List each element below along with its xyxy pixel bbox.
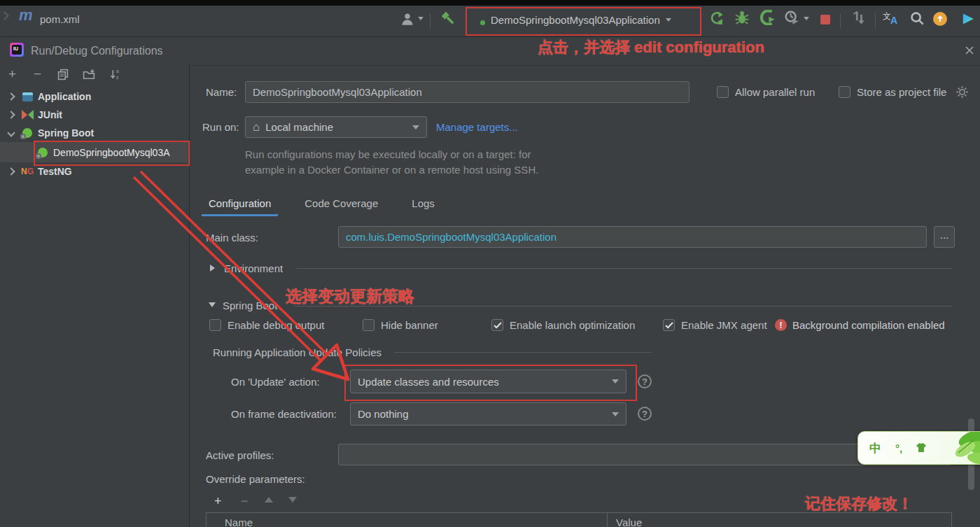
spring-boot-type-icon <box>21 127 34 139</box>
tree-item-application[interactable]: Application <box>0 87 188 106</box>
gear-icon[interactable] <box>955 85 969 99</box>
enable-jmx-agent-checkbox[interactable]: Enable JMX agent <box>663 319 767 331</box>
copy-configuration-button[interactable] <box>57 69 69 80</box>
intellij-logo-icon: IU <box>10 43 24 57</box>
home-icon: ⌂ <box>253 120 260 134</box>
junit-type-icon <box>21 109 34 120</box>
enable-debug-output-checkbox[interactable]: Enable debug output <box>209 319 324 331</box>
on-frame-deactivation-label: On frame deactivation: <box>231 408 337 420</box>
hide-banner-checkbox[interactable]: Hide banner <box>363 319 438 331</box>
run-configuration-name: DemoSpringbootMysql03Application <box>491 14 660 26</box>
run-configuration-selector[interactable]: DemoSpringbootMysql03Application <box>470 8 697 31</box>
tree-item-junit[interactable]: JUnit <box>0 106 188 124</box>
tree-item-testng[interactable]: NG TestNG <box>0 162 188 181</box>
error-icon: ! <box>775 319 787 331</box>
store-as-project-file-checkbox[interactable]: Store as project file <box>839 86 946 98</box>
annotation-click-hint: 点击，并选择 edit configuration <box>538 37 764 58</box>
ime-leaves-decoration <box>933 432 980 464</box>
checkbox-unchecked[interactable] <box>209 319 221 331</box>
checkbox-unchecked[interactable] <box>363 319 374 331</box>
tab-code-coverage[interactable]: Code Coverage <box>298 193 385 216</box>
new-folder-button[interactable] <box>83 69 95 80</box>
on-frame-deactivation-select[interactable]: Do nothing <box>350 402 626 426</box>
remove-parameter-button[interactable]: − <box>241 495 248 507</box>
profiler-icon[interactable] <box>784 10 799 25</box>
close-icon[interactable] <box>963 44 976 57</box>
svg-text:a: a <box>116 69 119 73</box>
annotation-save-hint: 记住保存修改！ <box>805 493 913 514</box>
run-configuration-dropdown-icon <box>666 18 671 22</box>
section-separator <box>297 268 952 269</box>
spring-boot-section-label[interactable]: Spring Boot <box>223 300 277 311</box>
spring-boot-collapse-icon[interactable] <box>209 302 216 307</box>
expand-chevron-icon[interactable] <box>7 92 15 100</box>
remove-configuration-button[interactable]: − <box>34 67 41 80</box>
tab-configuration[interactable]: Configuration <box>202 193 278 216</box>
rerun-icon[interactable] <box>708 10 724 26</box>
ide-update-icon[interactable] <box>933 12 947 26</box>
help-icon[interactable]: ? <box>638 374 652 388</box>
tree-item-spring-boot[interactable]: Spring Boot <box>0 124 188 142</box>
run-with-coverage-icon[interactable] <box>760 10 776 25</box>
expand-chevron-icon[interactable] <box>7 111 15 118</box>
debug-icon[interactable] <box>734 10 750 25</box>
sort-configurations-button[interactable]: az <box>109 69 122 80</box>
collapse-chevron-icon[interactable] <box>7 129 15 136</box>
chevron-down-icon <box>612 412 619 416</box>
checkbox-unchecked[interactable] <box>839 86 850 98</box>
manage-targets-link[interactable]: Manage targets... <box>436 121 518 133</box>
run-on-help-line2: example in a Docker Container or on a re… <box>245 164 538 176</box>
window-top-strip <box>0 0 980 6</box>
main-class-input[interactable]: com.luis.DemoSpringbootMysql03Applicatio… <box>338 226 927 248</box>
ime-punctuation-indicator[interactable]: °, <box>895 442 902 454</box>
toolbar-separator <box>840 13 841 29</box>
allow-parallel-run-checkbox[interactable]: Allow parallel run <box>717 86 815 98</box>
on-update-action-select[interactable]: Update classes and resources <box>350 370 626 393</box>
expand-chevron-icon[interactable] <box>7 167 15 175</box>
background-compilation-warning: ! Background compilation enabled <box>775 319 945 331</box>
environment-expand-icon[interactable] <box>210 265 215 272</box>
breadcrumb[interactable]: pom.xml <box>40 13 80 25</box>
user-profile-dropdown-icon[interactable] <box>418 17 424 20</box>
enable-launch-optimization-checkbox[interactable]: Enable launch optimization <box>491 319 635 331</box>
add-configuration-button[interactable]: + <box>8 67 16 80</box>
testng-type-icon: NG <box>21 166 34 177</box>
column-divider <box>607 513 608 527</box>
maven-icon: m <box>19 6 33 24</box>
on-update-action-label: On 'Update' action: <box>231 376 320 388</box>
run-on-select[interactable]: ⌂ Local machine <box>245 116 427 138</box>
checkbox-unchecked[interactable] <box>717 86 729 98</box>
update-running-application-icon[interactable] <box>851 10 867 25</box>
translate-icon[interactable]: 文 A <box>883 10 899 26</box>
environment-section-label[interactable]: Environment <box>224 262 283 274</box>
chevron-down-icon <box>612 379 619 384</box>
move-down-button[interactable] <box>288 497 297 503</box>
build-hammer-icon[interactable] <box>440 10 455 25</box>
add-parameter-button[interactable]: + <box>214 495 222 507</box>
user-profile-icon[interactable] <box>400 12 414 26</box>
plugin-play-icon[interactable] <box>960 11 975 27</box>
ime-language-indicator[interactable]: 中 <box>869 440 881 456</box>
stop-icon[interactable] <box>820 15 830 24</box>
update-policies-section-label: Running Application Update Policies <box>213 346 382 358</box>
help-icon[interactable]: ? <box>638 407 652 421</box>
profiler-dropdown-icon[interactable] <box>804 17 809 20</box>
tab-logs[interactable]: Logs <box>405 193 442 216</box>
search-icon[interactable] <box>909 10 925 26</box>
tree-item-demo-springboot-config[interactable]: DemoSpringbootMysql03A <box>0 142 188 162</box>
run-on-label: Run on: <box>202 121 239 133</box>
ime-status-badge: 中 °, <box>858 431 980 465</box>
checkbox-checked[interactable] <box>663 319 675 331</box>
ime-skin-icon[interactable] <box>915 442 927 454</box>
intellij-window: m pom.xml DemoSpringbootMysql03Applicati… <box>0 0 980 527</box>
browse-main-class-button[interactable]: ... <box>934 226 955 248</box>
application-type-icon <box>21 91 34 102</box>
value-column-header: Value <box>616 517 642 527</box>
dialog-title: Run/Debug Configurations <box>31 45 163 57</box>
move-up-button[interactable] <box>265 497 273 503</box>
toolbar-separator <box>430 13 430 29</box>
name-input[interactable]: DemoSpringbootMysql03Application <box>245 81 690 103</box>
section-separator <box>394 352 651 353</box>
checkbox-checked[interactable] <box>491 319 503 331</box>
override-parameters-label: Override parameters: <box>206 473 305 485</box>
